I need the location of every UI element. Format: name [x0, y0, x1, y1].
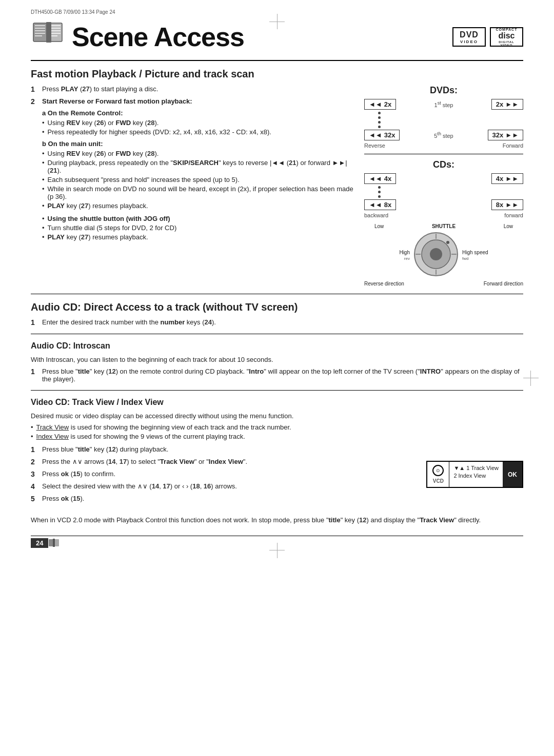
reverse-speed-1st: 2x	[384, 100, 391, 108]
bullet-icon: •	[42, 128, 45, 136]
shuttle-low-left: Low	[374, 223, 384, 229]
disc-digital-text: DIGITAL VIDEO	[495, 40, 518, 47]
index-view-bullet: • Index View is used for showing the 9 v…	[31, 433, 523, 440]
page-number: 24	[36, 539, 43, 547]
s4-step1: 1 Press blue "title" key (12) during pla…	[31, 445, 411, 454]
section3-intro: With Introscan, you can listen to the be…	[31, 355, 523, 365]
section-fast-motion: Fast motion Playback / Picture and track…	[31, 68, 523, 287]
shuttle-text1: Turn shuttle dial (5 steps for DVD, 2 fo…	[48, 224, 177, 232]
dot3	[378, 121, 381, 124]
title-key-num-footer: 12	[359, 516, 366, 524]
dvd-reverse-btn-1st: ◄◄ 2x	[364, 99, 396, 110]
step2-number: 2	[31, 97, 42, 106]
svg-rect-4	[35, 33, 45, 34]
disc-compact-text: COMPACT	[496, 28, 518, 31]
cd-fwd-arrows2: ►►	[505, 201, 519, 209]
forward-arrows-1st: ►►	[505, 100, 519, 108]
rev-label: rev	[404, 256, 410, 261]
svg-rect-21	[49, 539, 53, 546]
dvd-dir-labels: Reverse Forward	[364, 142, 523, 149]
section4-intro: Desired music or video display can be ac…	[31, 411, 523, 421]
bullet-icon: •	[42, 159, 45, 167]
shuttle-section: • Using the shuttle button (with JOG off…	[42, 215, 354, 241]
dvd-reverse-btn-5th: ◄◄ 32x	[364, 130, 400, 140]
page-title: Scene Access	[72, 24, 244, 50]
section4-main-layout: 1 Press blue "title" key (12) during pla…	[31, 445, 523, 507]
track-view-bullet: • Track View is used for showing the beg…	[31, 423, 523, 431]
s4-step2-number: 2	[31, 458, 42, 466]
bullet-icon: •	[42, 119, 45, 127]
cd-reverse-8x: ◄◄ 8x	[364, 199, 396, 210]
cd-fwd-4x: 4x	[496, 175, 503, 182]
cd-dot1	[378, 186, 381, 189]
cd-rev-arrows: ◄◄	[369, 175, 382, 182]
s4-step2-content: Press the ∧∨ arrows (14, 17) to select "…	[42, 458, 411, 465]
section-video-cd: Video CD: Track View / Index View Desire…	[31, 398, 523, 525]
sub-b-text3: Each subsequent "press and hold" increas…	[48, 176, 240, 183]
sub-a-bullet1: • Using REV key (26) or FWD key (28).	[42, 119, 354, 127]
dvd-forward-btn-5th: 32x ►►	[488, 130, 523, 140]
sub-b-text2: During playback, press repeatedly on the…	[48, 159, 354, 174]
dvd-reverse-label: Reverse	[364, 142, 385, 149]
title-key-s4: title	[78, 445, 90, 453]
reverse-arrows-5th: ◄◄	[369, 131, 382, 139]
index-view-row: 2 Index View	[453, 473, 499, 479]
shuttle-right-labels: High speed fwd	[462, 250, 488, 261]
section2-heading: Audio CD: Direct Access to a track (with…	[31, 301, 523, 313]
cd-forward-4x: 4x ►►	[491, 173, 523, 184]
sub-b-bullet5: • PLAY key (27) resumes playback.	[42, 202, 354, 210]
dvd-diagram: ◄◄ 2x 1st step 2x ►►	[364, 99, 523, 149]
shuttle-heading: Using the shuttle button (with JOG off)	[48, 215, 170, 222]
s4-step4-number: 4	[31, 482, 42, 491]
high-left-label: High	[399, 250, 410, 255]
section4-steps: 1 Press blue "title" key (12) during pla…	[31, 445, 411, 507]
svg-rect-12	[46, 22, 51, 43]
dvd-forward-label: Forward	[503, 142, 523, 149]
dots-area	[364, 112, 523, 128]
s4-step3-content: Press ok (15) to confirm.	[42, 470, 411, 478]
forward-speed-5th: 32x	[492, 131, 504, 139]
reverse-direction-label: Reverse direction	[364, 281, 404, 287]
svg-point-20	[446, 241, 449, 244]
shuttle-bullet1: • Turn shuttle dial (5 steps for DVD, 2 …	[42, 224, 354, 232]
cd-fwd-arrows: ►►	[505, 175, 519, 182]
step-dots-top: 1st step	[396, 100, 491, 108]
vcd-left: ⊙ VCD	[427, 462, 449, 487]
s4-step5: 5 Press ok (15).	[31, 495, 411, 503]
bullet-icon: •	[42, 150, 45, 157]
step-label-5th: 5th step	[400, 131, 487, 139]
sub-a-bullet2: • Press repeatedly for higher speeds (DV…	[42, 128, 354, 136]
section-audio-cd-direct: Audio CD: Direct Access to a track (with…	[31, 301, 523, 326]
index-view-text: Index View is used for showing the 9 vie…	[36, 433, 245, 440]
shuttle-left-labels: High rev	[399, 250, 410, 261]
step2: 2 Start Reverse or Forward fast motion p…	[31, 97, 354, 242]
s4-step5-number: 5	[31, 495, 42, 503]
step1-number: 1	[31, 85, 42, 93]
section1-heading: Fast motion Playback / Picture and track…	[31, 68, 523, 80]
title-key-footer: title	[329, 516, 341, 524]
reverse-speed-5th: 32x	[384, 131, 395, 139]
section-divider2	[31, 334, 523, 334]
sub-b-heading: b On the main unit:	[42, 140, 354, 148]
section3-step1: 1 Press blue "title" key (12) on the rem…	[31, 367, 523, 383]
title-left: Scene Access	[31, 19, 244, 55]
page-number-area: 24	[31, 538, 60, 548]
s4-step1-number: 1	[31, 445, 42, 454]
dvd-first-row: ◄◄ 2x 1st step 2x ►►	[364, 99, 523, 110]
bullet-icon: •	[42, 185, 45, 193]
page-number-box: 24	[31, 538, 48, 548]
title-key-num-s3: 12	[108, 367, 115, 375]
section3-step1-number: 1	[31, 367, 42, 376]
shuttle-knob	[413, 231, 459, 279]
high-speed-label: High speed	[462, 250, 488, 255]
cd-forward-label: forward	[504, 212, 523, 218]
shuttle-low-right: Low	[504, 223, 513, 229]
section2-step1-content: Enter the desired track number with the …	[42, 318, 523, 326]
cd-diagram: ◄◄ 4x 4x ►►	[364, 173, 523, 218]
cd-rev-4x: 4x	[384, 175, 391, 182]
ok-button[interactable]: OK	[503, 462, 522, 487]
fast-motion-diagrams: DVDs: ◄◄ 2x 1st step 2x	[364, 85, 523, 287]
track-view-row: ▼▲ 1 Track View	[453, 465, 499, 471]
dvds-heading: DVDs:	[364, 85, 523, 96]
dot2	[378, 116, 381, 119]
